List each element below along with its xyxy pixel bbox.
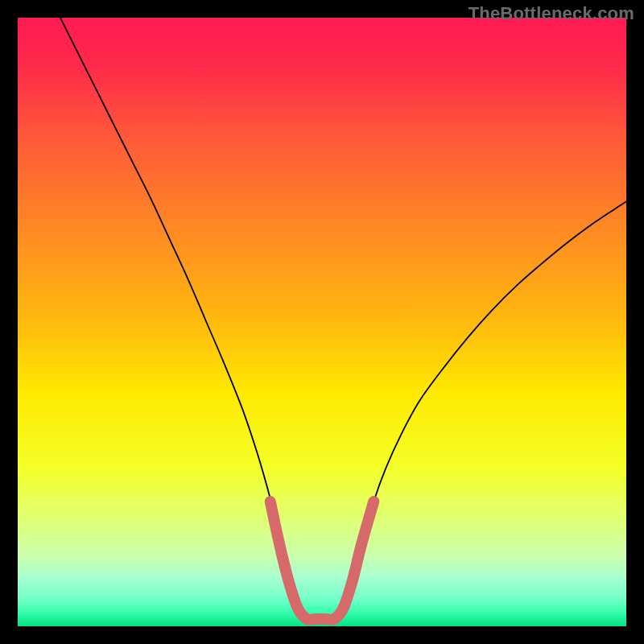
gradient-background [18,18,626,626]
plot-area [18,18,626,626]
watermark-text: TheBottleneck.com [469,3,634,24]
chart-stage: TheBottleneck.com [0,0,644,644]
chart-svg [18,18,626,626]
